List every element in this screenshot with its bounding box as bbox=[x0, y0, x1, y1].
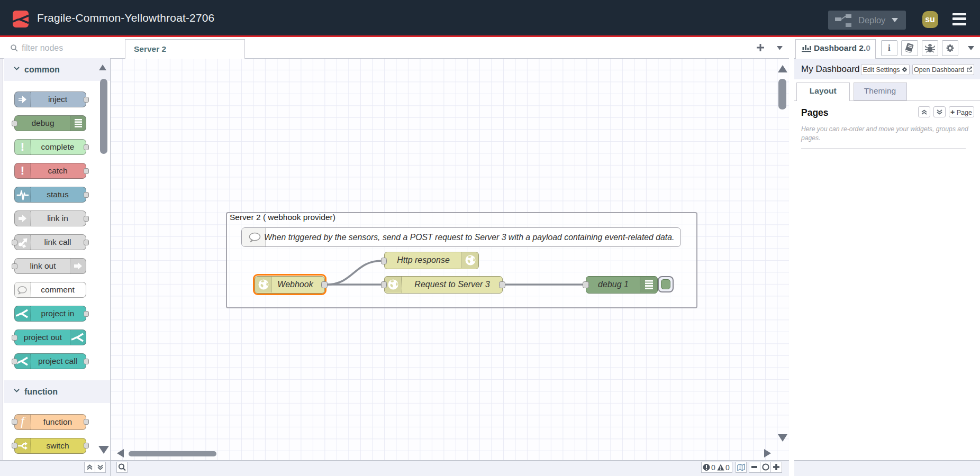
svg-text:0: 0 bbox=[725, 463, 730, 472]
svg-text:0: 0 bbox=[711, 463, 715, 472]
